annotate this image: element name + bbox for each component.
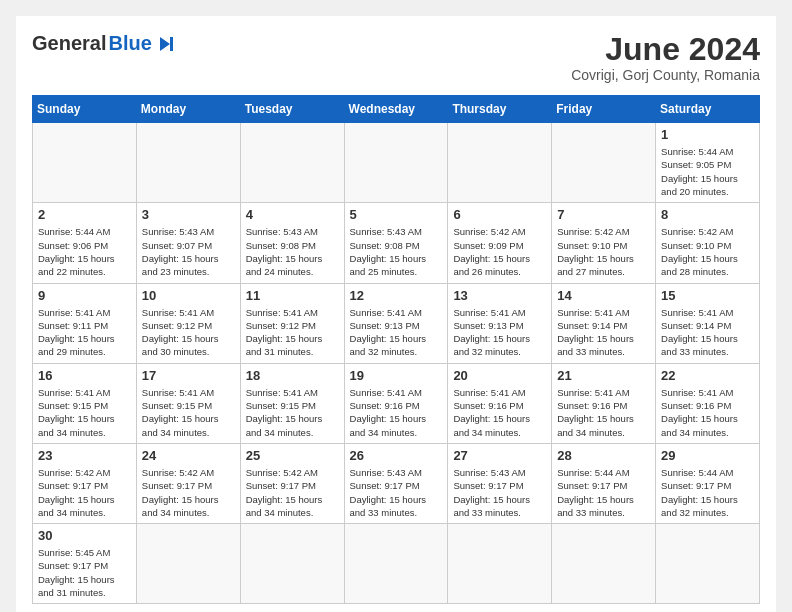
calendar-cell: 7Sunrise: 5:42 AM Sunset: 9:10 PM Daylig… xyxy=(552,203,656,283)
calendar-cell xyxy=(344,123,448,203)
calendar-cell: 3Sunrise: 5:43 AM Sunset: 9:07 PM Daylig… xyxy=(136,203,240,283)
day-number: 26 xyxy=(350,448,443,463)
day-info: Sunrise: 5:41 AM Sunset: 9:16 PM Dayligh… xyxy=(453,386,546,439)
location: Covrigi, Gorj County, Romania xyxy=(571,67,760,83)
weekday-header-monday: Monday xyxy=(136,96,240,123)
day-number: 22 xyxy=(661,368,754,383)
day-info: Sunrise: 5:44 AM Sunset: 9:06 PM Dayligh… xyxy=(38,225,131,278)
day-info: Sunrise: 5:43 AM Sunset: 9:07 PM Dayligh… xyxy=(142,225,235,278)
calendar-cell: 4Sunrise: 5:43 AM Sunset: 9:08 PM Daylig… xyxy=(240,203,344,283)
calendar-cell xyxy=(344,524,448,604)
day-number: 4 xyxy=(246,207,339,222)
calendar-cell: 9Sunrise: 5:41 AM Sunset: 9:11 PM Daylig… xyxy=(33,283,137,363)
svg-rect-1 xyxy=(170,37,173,51)
day-info: Sunrise: 5:42 AM Sunset: 9:17 PM Dayligh… xyxy=(142,466,235,519)
calendar-cell: 6Sunrise: 5:42 AM Sunset: 9:09 PM Daylig… xyxy=(448,203,552,283)
calendar-cell xyxy=(136,123,240,203)
day-number: 17 xyxy=(142,368,235,383)
day-info: Sunrise: 5:41 AM Sunset: 9:12 PM Dayligh… xyxy=(246,306,339,359)
day-info: Sunrise: 5:42 AM Sunset: 9:10 PM Dayligh… xyxy=(557,225,650,278)
day-number: 1 xyxy=(661,127,754,142)
calendar-cell: 28Sunrise: 5:44 AM Sunset: 9:17 PM Dayli… xyxy=(552,443,656,523)
day-info: Sunrise: 5:43 AM Sunset: 9:08 PM Dayligh… xyxy=(350,225,443,278)
month-title: June 2024 xyxy=(571,32,760,67)
weekday-header-friday: Friday xyxy=(552,96,656,123)
calendar-cell xyxy=(656,524,760,604)
day-info: Sunrise: 5:42 AM Sunset: 9:09 PM Dayligh… xyxy=(453,225,546,278)
page: General Blue June 2024 Covrigi, Gorj Cou… xyxy=(16,16,776,612)
weekday-header-wednesday: Wednesday xyxy=(344,96,448,123)
calendar-cell: 18Sunrise: 5:41 AM Sunset: 9:15 PM Dayli… xyxy=(240,363,344,443)
calendar-cell: 11Sunrise: 5:41 AM Sunset: 9:12 PM Dayli… xyxy=(240,283,344,363)
day-number: 9 xyxy=(38,288,131,303)
calendar-cell: 5Sunrise: 5:43 AM Sunset: 9:08 PM Daylig… xyxy=(344,203,448,283)
day-number: 8 xyxy=(661,207,754,222)
calendar-table: SundayMondayTuesdayWednesdayThursdayFrid… xyxy=(32,95,760,604)
weekday-header-thursday: Thursday xyxy=(448,96,552,123)
day-info: Sunrise: 5:43 AM Sunset: 9:17 PM Dayligh… xyxy=(350,466,443,519)
calendar-cell: 13Sunrise: 5:41 AM Sunset: 9:13 PM Dayli… xyxy=(448,283,552,363)
calendar-cell: 29Sunrise: 5:44 AM Sunset: 9:17 PM Dayli… xyxy=(656,443,760,523)
day-number: 30 xyxy=(38,528,131,543)
day-number: 20 xyxy=(453,368,546,383)
day-number: 7 xyxy=(557,207,650,222)
day-info: Sunrise: 5:42 AM Sunset: 9:17 PM Dayligh… xyxy=(38,466,131,519)
calendar-cell xyxy=(552,123,656,203)
week-row-5: 23Sunrise: 5:42 AM Sunset: 9:17 PM Dayli… xyxy=(33,443,760,523)
day-info: Sunrise: 5:41 AM Sunset: 9:15 PM Dayligh… xyxy=(142,386,235,439)
day-number: 29 xyxy=(661,448,754,463)
day-number: 12 xyxy=(350,288,443,303)
weekday-header-sunday: Sunday xyxy=(33,96,137,123)
calendar-cell: 16Sunrise: 5:41 AM Sunset: 9:15 PM Dayli… xyxy=(33,363,137,443)
day-info: Sunrise: 5:43 AM Sunset: 9:08 PM Dayligh… xyxy=(246,225,339,278)
day-info: Sunrise: 5:42 AM Sunset: 9:10 PM Dayligh… xyxy=(661,225,754,278)
day-number: 5 xyxy=(350,207,443,222)
day-info: Sunrise: 5:42 AM Sunset: 9:17 PM Dayligh… xyxy=(246,466,339,519)
calendar-cell xyxy=(33,123,137,203)
day-info: Sunrise: 5:41 AM Sunset: 9:14 PM Dayligh… xyxy=(661,306,754,359)
calendar-cell xyxy=(448,524,552,604)
day-info: Sunrise: 5:41 AM Sunset: 9:15 PM Dayligh… xyxy=(246,386,339,439)
day-number: 27 xyxy=(453,448,546,463)
calendar-cell xyxy=(240,123,344,203)
day-number: 24 xyxy=(142,448,235,463)
day-number: 2 xyxy=(38,207,131,222)
logo-general-text: General xyxy=(32,32,106,55)
logo-blue-text: Blue xyxy=(108,32,151,55)
calendar-cell: 22Sunrise: 5:41 AM Sunset: 9:16 PM Dayli… xyxy=(656,363,760,443)
day-info: Sunrise: 5:41 AM Sunset: 9:13 PM Dayligh… xyxy=(453,306,546,359)
calendar-cell xyxy=(240,524,344,604)
svg-marker-0 xyxy=(160,37,170,51)
calendar-cell: 27Sunrise: 5:43 AM Sunset: 9:17 PM Dayli… xyxy=(448,443,552,523)
header: General Blue June 2024 Covrigi, Gorj Cou… xyxy=(32,32,760,83)
calendar-cell: 20Sunrise: 5:41 AM Sunset: 9:16 PM Dayli… xyxy=(448,363,552,443)
day-number: 19 xyxy=(350,368,443,383)
calendar-cell: 19Sunrise: 5:41 AM Sunset: 9:16 PM Dayli… xyxy=(344,363,448,443)
calendar-cell: 17Sunrise: 5:41 AM Sunset: 9:15 PM Dayli… xyxy=(136,363,240,443)
day-number: 15 xyxy=(661,288,754,303)
logo: General Blue xyxy=(32,32,176,55)
calendar-cell xyxy=(448,123,552,203)
day-number: 16 xyxy=(38,368,131,383)
week-row-6: 30Sunrise: 5:45 AM Sunset: 9:17 PM Dayli… xyxy=(33,524,760,604)
day-info: Sunrise: 5:41 AM Sunset: 9:14 PM Dayligh… xyxy=(557,306,650,359)
day-info: Sunrise: 5:45 AM Sunset: 9:17 PM Dayligh… xyxy=(38,546,131,599)
day-info: Sunrise: 5:41 AM Sunset: 9:11 PM Dayligh… xyxy=(38,306,131,359)
calendar-cell: 1Sunrise: 5:44 AM Sunset: 9:05 PM Daylig… xyxy=(656,123,760,203)
calendar-cell: 2Sunrise: 5:44 AM Sunset: 9:06 PM Daylig… xyxy=(33,203,137,283)
calendar-cell: 10Sunrise: 5:41 AM Sunset: 9:12 PM Dayli… xyxy=(136,283,240,363)
calendar-cell: 25Sunrise: 5:42 AM Sunset: 9:17 PM Dayli… xyxy=(240,443,344,523)
week-row-3: 9Sunrise: 5:41 AM Sunset: 9:11 PM Daylig… xyxy=(33,283,760,363)
day-number: 10 xyxy=(142,288,235,303)
calendar-cell: 30Sunrise: 5:45 AM Sunset: 9:17 PM Dayli… xyxy=(33,524,137,604)
logo-icon xyxy=(154,33,176,55)
calendar-cell: 21Sunrise: 5:41 AM Sunset: 9:16 PM Dayli… xyxy=(552,363,656,443)
week-row-1: 1Sunrise: 5:44 AM Sunset: 9:05 PM Daylig… xyxy=(33,123,760,203)
day-number: 28 xyxy=(557,448,650,463)
calendar-cell: 14Sunrise: 5:41 AM Sunset: 9:14 PM Dayli… xyxy=(552,283,656,363)
day-number: 25 xyxy=(246,448,339,463)
day-number: 23 xyxy=(38,448,131,463)
day-number: 13 xyxy=(453,288,546,303)
week-row-4: 16Sunrise: 5:41 AM Sunset: 9:15 PM Dayli… xyxy=(33,363,760,443)
day-info: Sunrise: 5:44 AM Sunset: 9:05 PM Dayligh… xyxy=(661,145,754,198)
